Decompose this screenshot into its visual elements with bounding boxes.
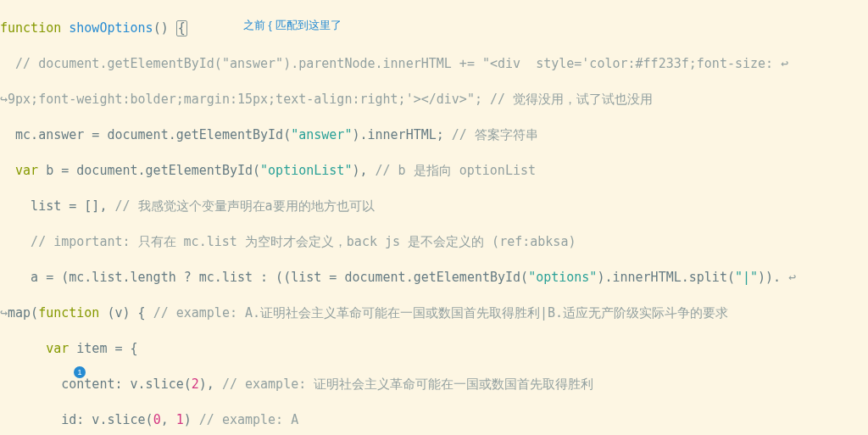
keyword-function: function	[38, 305, 99, 321]
wrap-indicator: ↪	[0, 305, 8, 321]
comment: // document.getElementById("answer").par…	[0, 56, 781, 71]
comment: // 我感觉这个变量声明在a要用的地方也可以	[114, 198, 374, 214]
comment: // 答案字符串	[452, 127, 538, 142]
code-line-wrapped[interactable]: ↪map(function (v) { // example: A.证明社会主义…	[0, 304, 868, 322]
code-editor[interactable]: function showOptions() { // document.get…	[0, 0, 868, 435]
function-name: showOptions	[69, 20, 153, 36]
keyword-var: var	[15, 163, 38, 178]
string-literal: "optionList"	[260, 163, 352, 178]
code-line[interactable]: list = [], // 我感觉这个变量声明在a要用的地方也可以	[0, 198, 868, 215]
string-literal: "|"	[735, 270, 758, 285]
code-line[interactable]: function showOptions() {	[0, 20, 868, 37]
number-literal: 0	[153, 412, 161, 427]
code-line[interactable]: // important: 只有在 mc.list 为空时才会定义，back j…	[0, 233, 868, 251]
comment: // example: 证明社会主义革命可能在一国或数国首先取得胜利	[222, 376, 593, 392]
code-line[interactable]: id: v.slice(0, 1) // example: A	[0, 411, 868, 429]
comment: // example: A	[199, 412, 298, 427]
paren: ()	[153, 20, 169, 36]
keyword-var: var	[46, 341, 69, 356]
comment: // example: A.证明社会主义革命可能在一国或数国首先取得胜利|B.适…	[153, 305, 729, 321]
number-literal: 2	[192, 376, 199, 392]
code-line[interactable]: var b = document.getElementById("optionL…	[0, 162, 868, 180]
code-line-wrapped[interactable]: ↪9px;font-weight:bolder;margin:15px;text…	[0, 91, 868, 109]
matched-brace-open: {	[176, 20, 187, 36]
code-line[interactable]: mc.answer = document.getElementById("ans…	[0, 126, 868, 144]
comment: // b 是指向 optionList	[376, 163, 537, 178]
comment: // important: 只有在 mc.list 为空时才会定义，back j…	[0, 234, 576, 249]
wrap-indicator: ↩	[781, 56, 788, 71]
wrap-indicator: ↩	[788, 270, 796, 285]
string-literal: "options"	[528, 270, 597, 285]
comment: 9px;font-weight:bolder;margin:15px;text-…	[8, 92, 653, 107]
code-line[interactable]: a = (mc.list.length ? mc.list : ((list =…	[0, 269, 868, 287]
code-line[interactable]: // document.getElementById("answer").par…	[0, 55, 868, 73]
bracket-match-hint: 之前 { 匹配到这里了	[243, 16, 342, 34]
keyword-function: function	[0, 20, 61, 36]
fold-badge[interactable]: 1	[74, 366, 86, 378]
code-line[interactable]: content: v.slice(2), // example: 证明社会主义革…	[0, 376, 868, 393]
code-line[interactable]: var item = {	[0, 340, 868, 358]
string-literal: "answer"	[291, 127, 352, 142]
wrap-indicator: ↪	[0, 92, 8, 107]
number-literal: 1	[176, 412, 184, 427]
